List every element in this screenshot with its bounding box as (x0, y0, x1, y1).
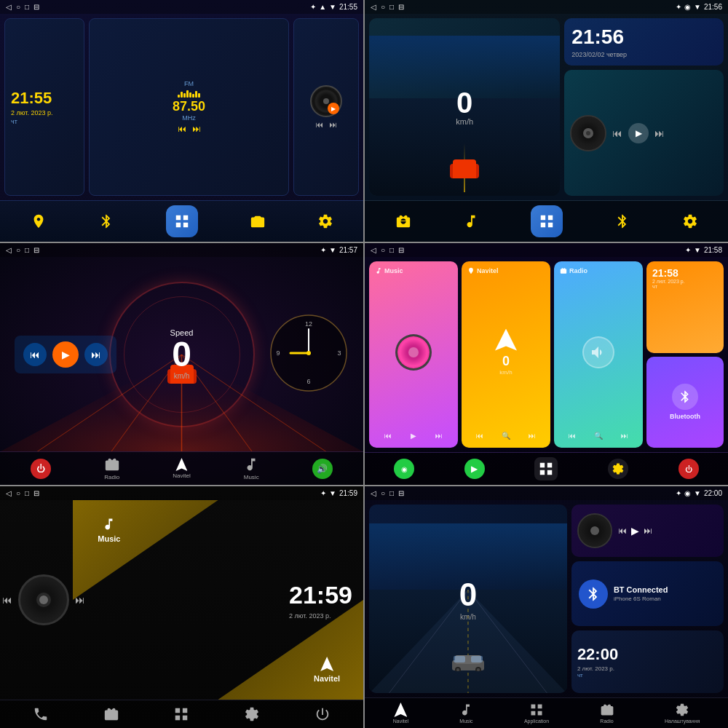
screenshot-icon[interactable]: ⊟ (33, 3, 39, 11)
signal-icon-2: ▼ (694, 3, 701, 11)
play-btn-4[interactable]: ▶ (464, 459, 485, 479)
apps-btn-1[interactable] (166, 205, 198, 237)
card-radio-next-4[interactable]: ⏭ (621, 432, 628, 440)
vinyl-6 (577, 513, 612, 548)
bt-icon-3: ✦ (320, 246, 326, 254)
radio-prev-btn[interactable]: ⏮ (178, 124, 186, 134)
back-icon-6[interactable]: ◁ (371, 489, 376, 497)
home-icon[interactable]: ○ (16, 3, 20, 11)
music-prev-6[interactable]: ⏮ (618, 526, 627, 536)
card-music-next-4[interactable]: ⏭ (435, 432, 443, 440)
radio-btn-3[interactable]: Radio (104, 456, 120, 480)
status-bar-6: ◁ ○ □ ⊟ ✦ ◉ ▼ 22:00 (365, 486, 728, 500)
nav-unit-4: km/h (499, 369, 512, 376)
status-bar-4: ◁ ○ □ ⊟ ✦ ▼ 21:58 (365, 243, 728, 257)
card-clock-4[interactable]: 21:58 2 лют. 2023 р. чт (646, 261, 724, 353)
recents-icon-4[interactable]: □ (389, 246, 394, 254)
home-icon-3[interactable]: ○ (16, 246, 20, 254)
settings-btn-1[interactable] (317, 213, 333, 229)
card-music-prev-4[interactable]: ⏮ (384, 432, 392, 440)
recents-icon-3[interactable]: □ (25, 246, 29, 254)
power-btn-3[interactable]: ⏻ (31, 459, 51, 479)
navitel-btn-6[interactable]: Navitel (393, 703, 408, 724)
radio-nav-btn-6[interactable]: Radio (600, 703, 614, 724)
back-icon-2[interactable]: ◁ (371, 3, 376, 11)
apps-btn-4[interactable] (534, 457, 558, 480)
phone-btn-5[interactable] (33, 706, 49, 722)
card-music-play-4[interactable]: ▶ (411, 432, 416, 440)
video-prev-3[interactable]: ⏮ (23, 343, 47, 366)
recents-icon[interactable]: □ (25, 3, 29, 11)
card-nav-4[interactable]: Navitel 0 km/h ⏮ 🔍 ⏭ (462, 261, 550, 448)
music-play-6[interactable]: ▶ (631, 525, 639, 537)
settings-btn-2[interactable] (682, 213, 698, 229)
card-nav-prev-4[interactable]: ⏮ (476, 432, 483, 440)
card-radio-4[interactable]: Radio ⏮ 🔍 ⏭ (554, 261, 643, 448)
video-play-3[interactable]: ▶ (52, 341, 79, 368)
settings-btn-4[interactable] (608, 459, 628, 479)
bluetooth-btn-1[interactable] (98, 213, 114, 229)
screenshot-icon-6[interactable]: ⊟ (398, 489, 404, 497)
apps-btn-5[interactable] (173, 706, 189, 722)
power-btn-5[interactable] (314, 706, 331, 722)
camera-btn-1[interactable] (250, 213, 266, 229)
apps-nav-btn-6[interactable]: Application (524, 703, 549, 724)
card-music-4[interactable]: Music ⏮ ▶ ⏭ (369, 261, 458, 448)
clock-widget-1: 21:55 2 лют. 2023 р. чт (4, 18, 84, 196)
music-prev-2[interactable]: ⏮ (612, 127, 622, 139)
play-overlay-1[interactable]: ▶ (328, 103, 339, 114)
location-btn-1[interactable] (31, 213, 47, 229)
card-radio-prev-4[interactable]: ⏮ (569, 432, 576, 440)
radio-btn-2[interactable] (395, 213, 411, 229)
home-icon-2[interactable]: ○ (381, 3, 385, 11)
music-info-2: ⏮ ▶ ⏭ (612, 123, 718, 143)
card-radio-search-4[interactable]: 🔍 (594, 432, 603, 440)
home-icon-6[interactable]: ○ (381, 489, 385, 497)
settings-nav-btn-6[interactable]: Налаштування (665, 703, 700, 724)
card-bt-4[interactable]: Bluetooth (646, 357, 724, 448)
card-nav-next-4[interactable]: ⏭ (529, 432, 536, 440)
back-icon-3[interactable]: ◁ (6, 246, 12, 254)
screenshot-icon-5[interactable]: ⊟ (33, 489, 39, 497)
card-nav-main-4: 0 km/h (467, 274, 545, 430)
music-play-2[interactable]: ▶ (628, 123, 649, 143)
speaker-btn-3[interactable]: 🔊 (312, 459, 333, 479)
clock-date-2: 2023/02/02 четвер (571, 51, 716, 58)
back-icon-5[interactable]: ◁ (6, 489, 12, 497)
back-icon[interactable]: ◁ (6, 3, 12, 11)
radio-next-btn[interactable]: ⏭ (192, 124, 201, 134)
car-6 (446, 649, 490, 674)
radio-widget-1[interactable]: FM 87.50 MHz ⏮ ⏭ (89, 18, 289, 196)
status-bar-1: ◁ ○ □ ⊟ ✦ ▲ ▼ 21:55 (0, 0, 363, 14)
music-next-1[interactable]: ⏭ (329, 120, 337, 129)
card-nav-search-4[interactable]: 🔍 (502, 432, 510, 440)
music-prev-1[interactable]: ⏮ (315, 120, 323, 129)
bluetooth-btn-2[interactable] (614, 213, 630, 229)
settings-btn-5[interactable] (244, 706, 260, 722)
power-btn-4[interactable]: ⏻ (678, 459, 699, 479)
card-nav-controls-4: ⏮ 🔍 ⏭ (467, 430, 545, 442)
screenshot-icon-3[interactable]: ⊟ (33, 246, 39, 254)
recents-icon-5[interactable]: □ (25, 489, 29, 497)
recents-icon-2[interactable]: □ (389, 3, 394, 11)
clock6-day-val: чт (577, 672, 718, 678)
screenshot-icon-4[interactable]: ⊟ (398, 246, 404, 254)
video-next-3[interactable]: ⏭ (84, 343, 108, 366)
screenshot-icon-2[interactable]: ⊟ (398, 3, 404, 11)
music-next-6[interactable]: ⏭ (644, 526, 652, 536)
radio-btn-5[interactable] (103, 706, 119, 722)
recents-icon-6[interactable]: □ (389, 489, 394, 497)
music-btn-2[interactable] (463, 213, 479, 229)
music-next-2[interactable]: ⏭ (654, 127, 665, 139)
card-bt-label-4: Bluetooth (670, 413, 700, 420)
navitel-btn-3[interactable]: Navitel (173, 458, 190, 479)
vinyl-prev-5[interactable]: ⏮ (2, 594, 12, 606)
green-btn-4[interactable]: ◉ (394, 459, 414, 479)
music-nav-btn-6[interactable]: Music (459, 703, 473, 724)
home-icon-5[interactable]: ○ (16, 489, 20, 497)
apps-btn-2[interactable] (531, 205, 563, 237)
music-btn-3[interactable]: Music (243, 456, 259, 480)
home-icon-4[interactable]: ○ (381, 246, 385, 254)
time-display-2: 21:56 (704, 3, 722, 11)
back-icon-4[interactable]: ◁ (371, 246, 376, 254)
